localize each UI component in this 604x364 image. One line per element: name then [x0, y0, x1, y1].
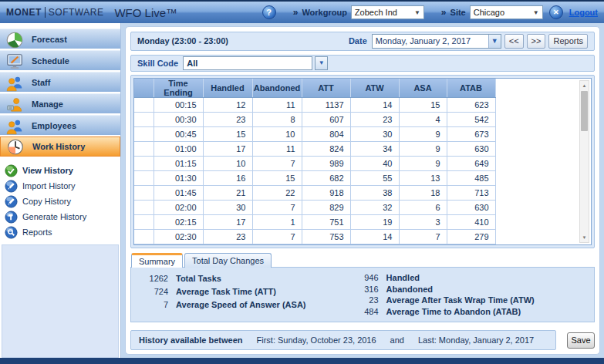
table-row[interactable]: 01:3016156825513485: [134, 171, 495, 186]
scroll-up-icon[interactable]: ▲: [580, 81, 589, 90]
table-cell[interactable]: 682: [302, 171, 350, 186]
table-cell[interactable]: 55: [350, 171, 399, 186]
table-cell[interactable]: 3: [399, 215, 447, 230]
table-cell[interactable]: 00:30: [154, 113, 203, 127]
table-cell[interactable]: 4: [399, 113, 447, 127]
prev-day-button[interactable]: <<: [504, 34, 524, 49]
table-row[interactable]: 02:15171751193410: [134, 215, 495, 230]
help-icon[interactable]: ?: [262, 5, 276, 19]
next-day-button[interactable]: >>: [527, 34, 546, 49]
table-cell[interactable]: 19: [350, 215, 399, 230]
table-cell[interactable]: 630: [447, 142, 495, 157]
table-cell[interactable]: 32: [350, 201, 399, 215]
table-cell[interactable]: 15: [203, 127, 252, 142]
table-cell[interactable]: 23: [203, 230, 252, 244]
table-row[interactable]: 02:00307829326630: [134, 201, 495, 215]
table-cell[interactable]: 7: [252, 201, 302, 215]
table-cell[interactable]: 01:00: [154, 142, 203, 157]
sidebar-subitem-generate-history[interactable]: Generate History: [3, 209, 120, 224]
table-cell[interactable]: 22: [252, 186, 302, 201]
column-header-atw[interactable]: ATW: [350, 79, 399, 98]
table-cell[interactable]: 10: [252, 127, 302, 142]
column-header-handled[interactable]: Handled: [203, 79, 252, 98]
table-cell[interactable]: 16: [203, 171, 252, 186]
table-cell[interactable]: 542: [447, 113, 495, 127]
table-row[interactable]: 00:15121111371415623: [134, 98, 495, 113]
close-icon[interactable]: ✕: [549, 5, 563, 19]
row-selector-cell[interactable]: [134, 171, 154, 186]
sidebar-subitem-copy-history[interactable]: Copy History: [3, 194, 120, 209]
table-cell[interactable]: 9: [399, 142, 447, 157]
table-cell[interactable]: 40: [350, 157, 399, 171]
site-select[interactable]: Chicago ▼: [470, 5, 543, 19]
table-cell[interactable]: 1137: [302, 98, 350, 113]
workgroup-select[interactable]: Zobech Ind ▼: [351, 5, 424, 19]
table-cell[interactable]: 713: [447, 186, 495, 201]
logout-link[interactable]: Logout: [569, 8, 598, 17]
row-selector-cell[interactable]: [134, 98, 154, 113]
table-cell[interactable]: 7: [399, 230, 447, 244]
sidebar-item-manage[interactable]: Manage: [0, 93, 120, 113]
table-cell[interactable]: 34: [350, 142, 399, 157]
reports-button[interactable]: Reports: [548, 34, 588, 49]
table-cell[interactable]: 623: [447, 98, 495, 113]
table-cell[interactable]: 02:15: [154, 215, 203, 230]
tab-total-day-changes[interactable]: Total Day Changes: [184, 253, 272, 268]
sidebar-item-staff[interactable]: Staff: [0, 72, 120, 92]
table-row[interactable]: 00:451510804309673: [134, 127, 495, 142]
table-cell[interactable]: 649: [447, 157, 495, 171]
skill-code-dropdown-icon[interactable]: ▼: [315, 56, 328, 70]
table-cell[interactable]: 01:45: [154, 186, 203, 201]
table-cell[interactable]: 38: [350, 186, 399, 201]
table-cell[interactable]: 279: [447, 230, 495, 244]
row-selector-cell[interactable]: [134, 113, 154, 127]
table-cell[interactable]: 17: [203, 142, 252, 157]
table-cell[interactable]: 14: [350, 230, 399, 244]
column-header-att[interactable]: ATT: [302, 79, 350, 98]
table-cell[interactable]: 918: [302, 186, 350, 201]
table-cell[interactable]: 804: [302, 127, 350, 142]
row-selector-cell[interactable]: [134, 201, 154, 215]
table-cell[interactable]: 21: [203, 186, 252, 201]
sidebar-item-work-history[interactable]: Work History: [0, 136, 120, 157]
table-cell[interactable]: 410: [447, 215, 495, 230]
column-header-asa[interactable]: ASA: [399, 79, 447, 98]
sidebar-item-forecast[interactable]: Forecast: [0, 29, 120, 49]
table-row[interactable]: 01:4521229183818713: [134, 186, 495, 201]
scroll-down-icon[interactable]: ▼: [580, 233, 589, 242]
table-cell[interactable]: 02:30: [154, 230, 203, 244]
table-cell[interactable]: 8: [252, 113, 302, 127]
column-header-time-ending[interactable]: Time Ending: [154, 79, 203, 98]
table-cell[interactable]: 15: [252, 171, 302, 186]
table-cell[interactable]: 00:15: [154, 98, 203, 113]
table-cell[interactable]: 1: [252, 215, 302, 230]
table-cell[interactable]: 753: [302, 230, 350, 244]
table-cell[interactable]: 13: [399, 171, 447, 186]
row-selector-cell[interactable]: [134, 142, 154, 157]
sidebar-item-employees[interactable]: Employees: [0, 115, 120, 135]
row-selector-cell[interactable]: [134, 186, 154, 201]
table-cell[interactable]: 14: [350, 98, 399, 113]
table-cell[interactable]: 9: [399, 157, 447, 171]
table-cell[interactable]: 11: [252, 98, 302, 113]
table-cell[interactable]: 673: [447, 127, 495, 142]
table-cell[interactable]: 01:15: [154, 157, 203, 171]
table-cell[interactable]: 10: [203, 157, 252, 171]
table-cell[interactable]: 15: [399, 98, 447, 113]
table-cell[interactable]: 23: [350, 113, 399, 127]
table-cell[interactable]: 30: [203, 201, 252, 215]
table-cell[interactable]: 17: [203, 215, 252, 230]
table-cell[interactable]: 751: [302, 215, 350, 230]
table-scrollbar[interactable]: ▲ ▼: [579, 80, 589, 243]
table-cell[interactable]: 6: [399, 201, 447, 215]
row-selector-cell[interactable]: [134, 230, 154, 244]
sidebar-subitem-import-history[interactable]: Import History: [3, 178, 120, 194]
skill-code-select[interactable]: All: [183, 56, 312, 70]
table-row[interactable]: 02:30237753147279: [134, 230, 495, 244]
table-cell[interactable]: 824: [302, 142, 350, 157]
table-cell[interactable]: 607: [302, 113, 350, 127]
tab-summary[interactable]: Summary: [131, 253, 183, 268]
table-cell[interactable]: 23: [203, 113, 252, 127]
table-cell[interactable]: 9: [399, 127, 447, 142]
table-row[interactable]: 01:15107989409649: [134, 157, 495, 171]
